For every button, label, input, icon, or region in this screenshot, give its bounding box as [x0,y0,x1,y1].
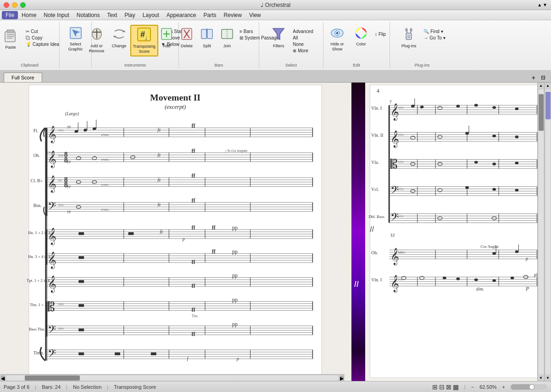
scroll-down-main-btn[interactable]: ▼ [545,375,551,381]
find-button[interactable]: 🔍 Find ▾ [422,28,447,34]
select-label: Select [259,63,323,67]
ribbon-group-clipboard: Paste ✂ Cut ⿻ Copy 💡 Capture Idea Clipbo… [0,22,60,68]
hide-show-button[interactable]: Hide orShow [325,25,349,54]
menu-file[interactable]: File [2,11,18,19]
view-icon-3[interactable]: ⊠ [446,383,451,391]
menu-appearance[interactable]: Appearance [163,11,200,19]
zoom-in-btn[interactable]: + [502,384,505,390]
advanced-button[interactable]: Advanced [291,28,315,34]
svg-text:♭♭♭: ♭♭♭ [398,214,404,218]
all-button[interactable]: All [291,35,315,41]
scroll-up-main-btn[interactable]: ▲ [545,83,551,89]
tab-menu-button[interactable]: ⊟ [539,74,547,81]
svg-text:fz: fz [158,127,161,132]
svg-text:Cl. B♭: Cl. B♭ [31,178,43,183]
svg-text:Ob.: Ob. [371,250,378,255]
zoom-out-btn[interactable]: − [471,384,474,390]
scroll-down-btn[interactable]: ▼ [538,375,544,381]
flip-button[interactable]: ↕ Flip [373,31,388,37]
add-or-remove-button[interactable]: Add orRemove [85,25,108,56]
capture-idea-button[interactable]: 💡 Capture Idea [24,41,61,47]
transposing-score-button[interactable]: # ♩ TransposingScore [130,25,158,56]
filters-icon [272,27,285,43]
delete-bar-button[interactable]: Delete [177,25,196,50]
flip-icon: ↕ [375,32,377,37]
svg-point-246 [456,105,460,107]
split-bar-button[interactable]: Split [197,25,217,50]
minimize-button[interactable] [12,2,17,8]
scroll-left-btn[interactable]: ◀ [1,375,5,381]
menu-home[interactable]: Home [18,11,40,19]
plug-ins-button[interactable]: Plug-ins [397,25,421,50]
select-graphic-label: SelectGraphic [68,42,83,52]
more-button[interactable]: ⊕ More [291,48,315,54]
nav-up-icon[interactable]: ▲ [537,2,542,7]
tab-full-score[interactable]: Full Score [4,73,42,82]
copy-button[interactable]: ⿻ Copy [24,35,61,41]
svg-text:p: p [236,356,239,361]
v-scrollbar-right[interactable]: ▲ ▼ [537,83,544,381]
window-controls[interactable] [4,2,26,8]
svg-point-27 [336,32,338,34]
bars-label: Bars [244,29,253,34]
plugins-label: Plug-ins [390,63,454,67]
filters-button[interactable]: Filters [267,25,290,50]
v-scroll-thumb[interactable] [539,94,544,131]
cut-button[interactable]: ✂ Cut [24,28,61,34]
svg-rect-33 [410,28,412,31]
scroll-right-btn[interactable]: ▶ [340,375,344,381]
menu-layout[interactable]: Layout [139,11,163,19]
add-bar-button[interactable]: Add [157,25,176,50]
left-score-panel: Movement II (excerpt) (Largo) Fl. 𝄞 ♭♭♭ [0,83,351,381]
menu-text[interactable]: Text [103,11,121,19]
v-scroll-main-thumb[interactable] [545,92,551,119]
view-icon-4[interactable]: ▦ [453,383,459,391]
nav-down-icon[interactable]: ▼ [543,2,547,7]
plug-ins-label: Plug-ins [401,44,417,49]
svg-rect-1 [7,30,14,33]
none-button[interactable]: None [291,41,315,47]
svg-text:♭♭♭: ♭♭♭ [398,160,404,164]
bars-icon: ≡ [239,29,242,34]
add-tab-button[interactable]: + [530,74,537,81]
view-icon-2[interactable]: ⊟ [439,383,445,391]
close-button[interactable] [4,2,9,8]
menu-parts[interactable]: Parts [200,11,220,19]
svg-text:ff: ff [191,283,195,289]
svg-text:Tbn.: Tbn. [191,314,198,318]
svg-text:♩: ♩ [145,35,147,41]
menu-review[interactable]: Review [220,11,245,19]
menu-note-input[interactable]: Note Input [40,11,72,19]
copy-label: Copy [32,35,42,40]
svg-text:Dbl. Bass: Dbl. Bass [368,214,384,219]
nav-arrows[interactable]: ▲ ▼ [537,2,547,7]
paste-button[interactable]: Paste [0,25,23,52]
svg-point-285 [474,161,478,163]
h-scrollbar[interactable]: ◀ ▶ [0,374,345,381]
join-bar-button[interactable]: Join [217,25,237,50]
scroll-up-btn[interactable]: ▲ [538,83,544,89]
go-to-button[interactable]: → Go To ▾ [422,35,447,41]
menu-notations[interactable]: Notations [73,11,104,19]
maximize-button[interactable] [20,2,26,8]
v-scrollbar-main[interactable]: ▲ ▼ [544,83,551,381]
ribbon-group-edit: Hide orShow Color ↕ Flip [323,22,390,68]
svg-text:𝄞: 𝄞 [48,126,56,144]
zoom-slider-thumb[interactable] [529,384,534,390]
zoom-slider[interactable] [511,384,547,390]
title-bar: ♩ Orchestral ▲ ▼ [0,0,551,10]
color-button[interactable]: Color [350,25,372,49]
svg-rect-172 [78,280,84,283]
h-scroll-thumb[interactable] [25,375,80,381]
svg-text:𝄞: 𝄞 [390,275,399,293]
change-button[interactable]: Change [109,25,129,50]
menu-play[interactable]: Play [121,11,139,19]
go-to-icon: → [423,35,428,40]
svg-text:Vln. II: Vln. II [371,133,383,138]
ribbon-group-select: Filters Advanced All None ⊕ More Select [259,22,323,68]
svg-text:pp: pp [67,159,71,163]
join-bar-label: Join [223,44,231,49]
menu-view[interactable]: View [245,11,265,19]
svg-point-365 [511,277,514,280]
view-icon-1[interactable]: ⊞ [432,383,438,391]
